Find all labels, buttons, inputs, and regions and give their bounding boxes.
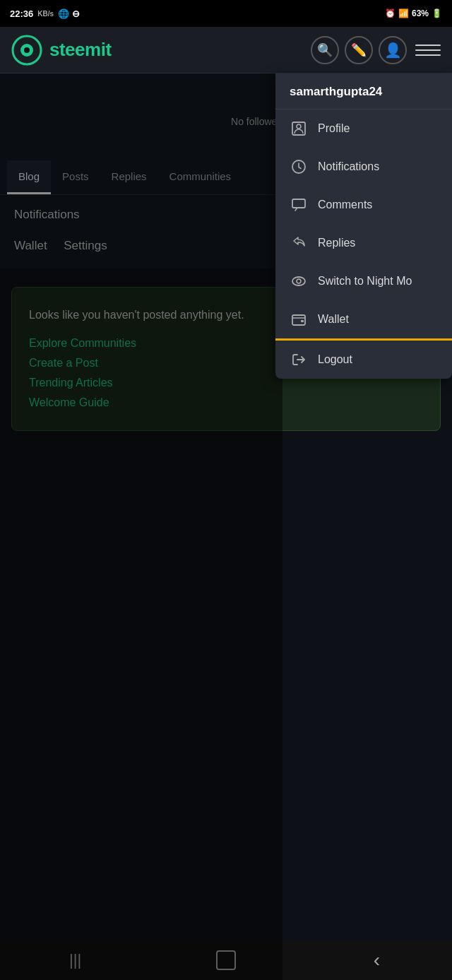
dropdown-profile[interactable]: Profile: [275, 110, 452, 148]
profile-button[interactable]: 👤: [379, 36, 407, 64]
edit-icon: ✏️: [351, 42, 367, 58]
status-left: 22:36 KB/s 🌐 ⊖: [10, 8, 80, 19]
battery-text: 63%: [412, 8, 429, 18]
svg-point-8: [297, 279, 301, 283]
steemit-logo-icon: [11, 35, 42, 66]
notifications-icon: [290, 158, 308, 176]
status-signal: KB/s: [37, 10, 54, 18]
wallet-icon: [290, 310, 308, 329]
edit-button[interactable]: ✏️: [345, 36, 373, 64]
svg-rect-6: [292, 199, 305, 208]
status-right: ⏰ 📶 63% 🔋: [385, 8, 442, 18]
dropdown-username: samarthgupta24: [275, 73, 452, 110]
battery-icon: 🔋: [432, 8, 442, 18]
dropdown-night-mode[interactable]: Switch to Night Mo: [275, 262, 452, 300]
dropdown-logout-label: Logout: [318, 353, 438, 366]
status-time: 22:36: [10, 8, 33, 19]
svg-point-2: [24, 47, 30, 53]
svg-point-7: [292, 277, 305, 285]
dropdown-comments-label: Comments: [318, 199, 438, 211]
back-icon: ‹: [374, 949, 380, 972]
user-icon: 👤: [384, 42, 402, 59]
logout-icon: [290, 350, 308, 369]
dropdown-notifications[interactable]: Notifications: [275, 148, 452, 186]
replies-icon: [290, 234, 308, 252]
dropdown-profile-label: Profile: [318, 122, 438, 135]
dropdown-menu: samarthgupta24 Profile Notifications Com…: [275, 73, 452, 379]
status-bar: 22:36 KB/s 🌐 ⊖ ⏰ 📶 63% 🔋: [0, 0, 452, 27]
dropdown-wallet[interactable]: Wallet: [275, 300, 452, 341]
search-icon: 🔍: [317, 42, 333, 58]
profile-icon: [290, 119, 308, 138]
dropdown-notifications-label: Notifications: [318, 160, 438, 173]
bottom-back-button[interactable]: ‹: [355, 946, 398, 974]
dropdown-replies[interactable]: Replies: [275, 224, 452, 262]
status-icons: 🌐 ⊖: [58, 8, 80, 19]
dropdown-replies-label: Replies: [318, 237, 438, 249]
menu-button[interactable]: [415, 37, 441, 63]
logo-area: steemit: [11, 35, 112, 66]
alarm-icon: ⏰: [385, 8, 396, 18]
dropdown-night-mode-label: Switch to Night Mo: [318, 275, 438, 288]
eye-icon: [290, 272, 308, 290]
header: steemit 🔍 ✏️ 👤: [0, 27, 452, 73]
search-button[interactable]: 🔍: [311, 36, 339, 64]
dropdown-logout[interactable]: Logout: [275, 341, 452, 379]
svg-rect-10: [301, 320, 304, 322]
svg-point-4: [297, 124, 301, 129]
wifi-icon: 📶: [398, 8, 409, 18]
header-actions: 🔍 ✏️ 👤: [311, 36, 441, 64]
comments-icon: [290, 196, 308, 214]
dropdown-comments[interactable]: Comments: [275, 186, 452, 224]
svg-rect-9: [292, 315, 305, 325]
dropdown-wallet-label: Wallet: [318, 313, 438, 326]
overlay-backdrop: [0, 73, 282, 980]
logo-text: steemit: [49, 39, 112, 61]
